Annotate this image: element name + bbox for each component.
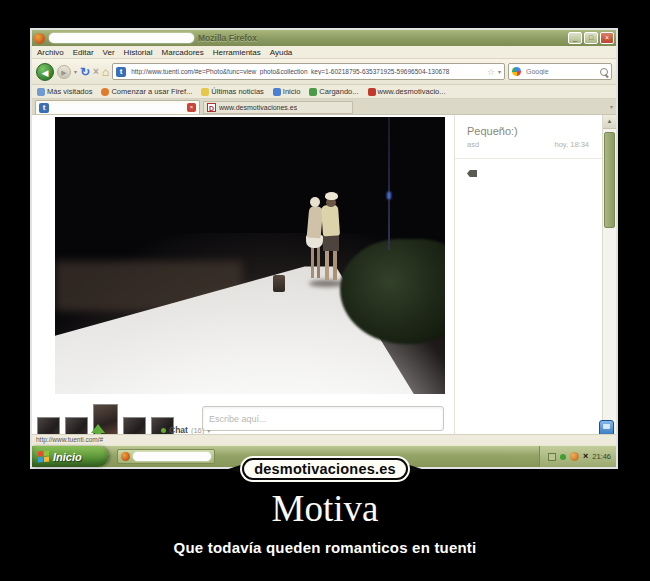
photo-thumbnail-strip <box>37 404 174 434</box>
bookmark-star-icon[interactable]: ☆ <box>487 67 495 77</box>
menu-ver[interactable]: Ver <box>103 48 115 57</box>
photo-info-panel: Pequeño:) asd hoy, 18:34 <box>455 115 603 434</box>
guy-torso <box>321 205 340 237</box>
window-controls: _ □ × <box>568 32 614 44</box>
chat-count: (16) <box>191 426 204 435</box>
history-dropdown-icon[interactable]: ▾ <box>74 68 77 75</box>
url-dropdown-icon[interactable]: ▾ <box>498 68 501 75</box>
tag-icon[interactable] <box>467 170 477 177</box>
menu-ayuda[interactable]: Ayuda <box>270 48 293 57</box>
firefox-icon <box>101 88 109 96</box>
stop-button[interactable]: × <box>93 66 99 77</box>
menu-historial[interactable]: Historial <box>124 48 153 57</box>
bookmark-noticias[interactable]: Últimas noticias <box>201 87 264 96</box>
photo-lamppost <box>388 117 390 250</box>
search-input[interactable] <box>524 67 597 76</box>
censored-window-title <box>49 33 194 43</box>
status-bar: http://www.tuenti.com/# <box>32 434 616 445</box>
photo-trash-bin <box>273 275 285 292</box>
bookmark-comenzar[interactable]: Comenzar a usar Firef... <box>101 87 192 96</box>
tuenti-favicon: t <box>39 103 49 113</box>
panel-rule <box>455 158 603 159</box>
minimize-button[interactable]: _ <box>568 32 582 44</box>
photo-timestamp: hoy, 18:34 <box>555 140 589 149</box>
site-icon <box>309 88 317 96</box>
close-button[interactable]: × <box>600 32 614 44</box>
reload-button[interactable]: ↻ <box>80 66 90 78</box>
url-bar: t ☆ ▾ <box>112 63 505 80</box>
photo-author[interactable]: asd <box>467 140 479 149</box>
photo-thumbnail[interactable] <box>65 417 88 434</box>
photo-thumbnail-current[interactable] <box>93 404 118 434</box>
google-icon <box>512 67 521 76</box>
bookmark-label: Inicio <box>283 87 301 96</box>
poster-title: Motiva <box>0 487 650 530</box>
bookmark-label: Más visitados <box>47 87 92 96</box>
guy-leg <box>325 250 329 280</box>
scrollbar-thumb[interactable] <box>604 132 615 228</box>
bookmark-label: www.desmotivacio... <box>378 87 446 96</box>
back-button[interactable]: ◀ <box>36 63 54 81</box>
site-icon <box>368 88 376 96</box>
bookmark-mas-visitados[interactable]: Más visitados <box>37 87 92 96</box>
navigation-toolbar: ◀ ▶ ▾ ↻ × ⌂ t ☆ ▾ <box>32 59 616 85</box>
page-content: Pequeño:) asd hoy, 18:34 ▲ <box>32 115 616 434</box>
maximize-button[interactable]: □ <box>584 32 598 44</box>
firefox-icon <box>34 33 45 44</box>
guy-leg <box>333 250 337 280</box>
tab-close-icon[interactable]: × <box>187 103 196 112</box>
photo-thumbnail[interactable] <box>123 417 146 434</box>
photo-kissing-couple <box>301 186 351 301</box>
photo-thumbnail[interactable] <box>37 417 60 434</box>
poster-subtitle: Que todavía queden romanticos en tuenti <box>0 539 650 556</box>
bookmark-cargando[interactable]: Cargando... <box>309 87 358 96</box>
tab-desmotivaciones[interactable]: D www.desmotivaciones.es <box>203 101 353 114</box>
menu-herramientas[interactable]: Herramientas <box>213 48 261 57</box>
bookmarks-bar: Más visitados Comenzar a usar Firef... Ú… <box>32 85 616 99</box>
folder-icon <box>201 88 209 96</box>
chat-label: Chat <box>169 425 188 434</box>
search-magnifier-icon[interactable] <box>600 68 608 76</box>
tuenti-favicon: t <box>116 67 126 77</box>
folder-icon <box>37 88 45 96</box>
window-title: Mozilla Firefox <box>198 33 257 43</box>
guy-cap <box>325 192 338 200</box>
girl-leg <box>317 247 320 278</box>
search-bar <box>508 63 612 80</box>
tab-tuenti-active[interactable]: t × <box>35 100 200 114</box>
menu-bar: Archivo Editar Ver Historial Marcadores … <box>32 46 616 59</box>
bookmark-label: Comenzar a usar Firef... <box>111 87 192 96</box>
photo-title: Pequeño:) <box>467 125 591 137</box>
bookmark-label: Cargando... <box>319 87 358 96</box>
messenger-glyph <box>603 424 610 429</box>
censored-tab-title <box>52 104 184 112</box>
chat-dropdown-icon: ▾ <box>207 427 210 434</box>
messenger-icon[interactable] <box>599 420 614 434</box>
upload-arrow-icon <box>91 424 105 433</box>
chat-bar[interactable]: Chat (16) ▾ <box>161 425 210 434</box>
site-icon <box>273 88 281 96</box>
online-status-dot <box>161 428 166 433</box>
desmotivaciones-favicon: D <box>207 103 216 112</box>
girl-leg <box>311 247 314 278</box>
tab-list-dropdown-icon[interactable]: ▾ <box>610 103 613 110</box>
watermark-ribbon: desmotivaciones.es <box>0 458 650 480</box>
home-button[interactable]: ⌂ <box>102 66 109 78</box>
watermark-text: desmotivaciones.es <box>242 458 407 480</box>
bookmark-desmotivaciones[interactable]: www.desmotivacio... <box>368 87 446 96</box>
forward-button[interactable]: ▶ <box>57 65 71 79</box>
menu-archivo[interactable]: Archivo <box>37 48 64 57</box>
menu-marcadores[interactable]: Marcadores <box>162 48 204 57</box>
browser-window: Mozilla Firefox _ □ × Archivo Editar Ver… <box>30 28 618 469</box>
menu-editar[interactable]: Editar <box>73 48 94 57</box>
scroll-up-arrow[interactable]: ▲ <box>603 115 616 129</box>
comment-input[interactable] <box>203 407 443 430</box>
bookmark-label: Últimas noticias <box>211 87 264 96</box>
url-input[interactable] <box>129 67 484 76</box>
photo-lamp-glint <box>387 192 391 199</box>
comment-box <box>202 406 444 431</box>
page-scrollbar: ▲ <box>602 115 616 434</box>
window-titlebar: Mozilla Firefox _ □ × <box>32 30 616 46</box>
tab-bar: t × D www.desmotivaciones.es ▾ <box>32 99 616 115</box>
bookmark-inicio[interactable]: Inicio <box>273 87 301 96</box>
